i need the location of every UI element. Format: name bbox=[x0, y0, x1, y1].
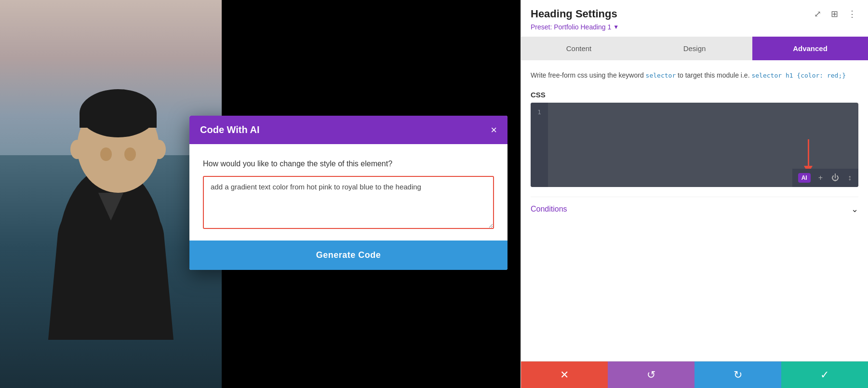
confirm-button[interactable]: ✓ bbox=[781, 361, 868, 388]
modal-textarea[interactable] bbox=[203, 176, 494, 229]
panel-title: Heading Settings bbox=[531, 8, 617, 20]
expand-icon: ⤢ bbox=[814, 9, 821, 19]
modal-footer: Generate Code bbox=[189, 241, 507, 270]
panel-preset[interactable]: Preset: Portfolio Heading 1 ▼ bbox=[531, 23, 858, 31]
reorder-button[interactable]: ↕ bbox=[847, 173, 853, 183]
modal-title: Code With AI bbox=[200, 124, 260, 135]
css-arrow-line bbox=[808, 139, 809, 166]
left-area: About Me Code With AI × How would you li… bbox=[0, 0, 521, 388]
panel-title-icons: ⤢ ⊞ ⋮ bbox=[812, 8, 858, 20]
conditions-label: Conditions bbox=[531, 205, 567, 214]
right-panel: Heading Settings ⤢ ⊞ ⋮ Preset: Portfolio… bbox=[521, 0, 868, 388]
tab-design[interactable]: Design bbox=[637, 37, 752, 60]
description-text-1: Write free-form css using the keyword bbox=[531, 71, 646, 79]
modal-body: How would you like to change the style o… bbox=[189, 144, 507, 241]
code-with-ai-modal: Code With AI × How would you like to cha… bbox=[189, 116, 507, 270]
selector-keyword: selector bbox=[646, 72, 676, 79]
svg-point-6 bbox=[70, 140, 84, 159]
cancel-button[interactable]: ✕ bbox=[521, 361, 608, 388]
conditions-header[interactable]: Conditions ⌄ bbox=[531, 199, 858, 219]
generate-code-button[interactable]: Generate Code bbox=[189, 241, 507, 270]
power-button[interactable]: ⏻ bbox=[830, 173, 840, 183]
preset-label: Preset: Portfolio Heading 1 bbox=[531, 23, 611, 31]
example-keyword: selector h1 {color: red;} bbox=[751, 72, 846, 79]
svg-point-5 bbox=[124, 147, 136, 161]
css-editor[interactable]: 1 AI + ⏻ ↕ bbox=[531, 103, 858, 187]
redo-button[interactable]: ↻ bbox=[694, 361, 781, 388]
conditions-section: Conditions ⌄ bbox=[531, 197, 858, 219]
svg-rect-3 bbox=[80, 113, 157, 128]
css-label: CSS bbox=[531, 91, 858, 99]
more-options-button[interactable]: ⋮ bbox=[846, 8, 858, 20]
background-photo bbox=[0, 0, 222, 388]
modal-close-button[interactable]: × bbox=[491, 125, 497, 135]
expand-icon-button[interactable]: ⤢ bbox=[812, 8, 823, 20]
tab-content[interactable]: Content bbox=[521, 37, 637, 60]
bottom-toolbar: ✕ ↺ ↻ ✓ bbox=[521, 361, 868, 388]
modal-question: How would you like to change the style o… bbox=[203, 160, 494, 168]
css-editor-toolbar: AI + ⏻ ↕ bbox=[792, 169, 858, 187]
panel-header: Heading Settings ⤢ ⊞ ⋮ Preset: Portfolio… bbox=[521, 0, 868, 37]
tab-advanced[interactable]: Advanced bbox=[752, 37, 868, 60]
person-image bbox=[14, 51, 207, 388]
svg-point-7 bbox=[152, 140, 166, 159]
more-icon: ⋮ bbox=[848, 9, 856, 19]
ai-button[interactable]: AI bbox=[798, 173, 811, 183]
grid-icon-button[interactable]: ⊞ bbox=[829, 8, 840, 20]
panel-title-row: Heading Settings ⤢ ⊞ ⋮ bbox=[531, 8, 858, 20]
line-numbers: 1 bbox=[531, 103, 548, 187]
undo-button[interactable]: ↺ bbox=[608, 361, 694, 388]
css-description: Write free-form css using the keyword se… bbox=[531, 70, 858, 81]
conditions-chevron-icon: ⌄ bbox=[851, 204, 858, 214]
grid-icon: ⊞ bbox=[831, 9, 838, 19]
add-rule-button[interactable]: + bbox=[817, 173, 824, 183]
preset-chevron: ▼ bbox=[613, 24, 619, 30]
panel-tabs: Content Design Advanced bbox=[521, 37, 868, 60]
svg-point-4 bbox=[100, 147, 112, 161]
modal-header: Code With AI × bbox=[189, 116, 507, 144]
description-text-2: to target this module i.e. bbox=[676, 71, 751, 79]
panel-content: Write free-form css using the keyword se… bbox=[521, 60, 868, 361]
line-number-1: 1 bbox=[537, 107, 541, 118]
